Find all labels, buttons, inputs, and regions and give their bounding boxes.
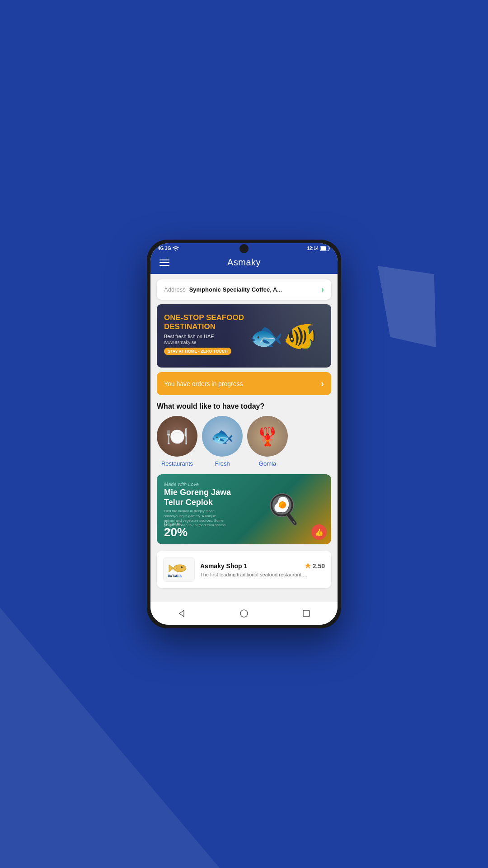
status-signal-text: 4G 3G	[158, 246, 171, 251]
status-left: 4G 3G	[158, 246, 179, 251]
address-value: Symphonic Speciality Coffee, A...	[189, 286, 321, 293]
category-circle-restaurants: 🍽️	[157, 416, 197, 457]
star-icon: ★	[305, 561, 311, 570]
orders-text: You have orders in progress	[164, 380, 243, 387]
wifi-icon	[173, 246, 179, 251]
shop-info: Asmaky Shop 1 ★ 2.50 The first leading t…	[200, 561, 325, 577]
svg-text:BuTafish: BuTafish	[168, 574, 182, 578]
shop-name-row: Asmaky Shop 1 ★ 2.50	[200, 561, 325, 570]
svg-rect-1	[321, 246, 326, 250]
svg-point-6	[240, 610, 248, 617]
address-bar[interactable]: Address Symphonic Speciality Coffee, A..…	[157, 279, 331, 300]
svg-rect-7	[303, 610, 310, 617]
menu-line-1	[160, 259, 169, 260]
category-circle-fresh: 🐟	[202, 416, 243, 457]
shop-name: Asmaky Shop 1	[200, 562, 247, 570]
nav-home-button[interactable]	[237, 607, 251, 620]
banner-fish-image: 🐟🐠	[235, 304, 331, 368]
menu-icon[interactable]	[160, 259, 169, 266]
food-promo-banner: Made with Love Mie Goreng JawaTelur Cepl…	[157, 474, 331, 544]
home-circle-icon	[239, 609, 249, 618]
shop-description: The first leading traditional seafood re…	[200, 572, 325, 577]
category-item-fresh[interactable]: 🐟 Fresh	[202, 416, 243, 467]
section-title: What would like to have today?	[150, 401, 338, 416]
recent-apps-icon	[302, 609, 310, 618]
shop-logo: BuTafish	[163, 557, 195, 582]
scroll-content[interactable]: Address Symphonic Speciality Coffee, A..…	[150, 274, 338, 602]
banner-tag: STAY AT HOME - ZERO TOUCH	[164, 348, 231, 355]
bottom-nav	[150, 602, 338, 625]
battery-icon	[320, 246, 330, 251]
address-label: Address	[164, 286, 186, 293]
menu-line-3	[160, 265, 169, 266]
menu-line-2	[160, 262, 169, 263]
category-item-restaurants[interactable]: 🍽️ Restaurants	[157, 416, 197, 467]
nav-recent-button[interactable]	[300, 607, 313, 620]
app-title: Asmaky	[227, 257, 261, 268]
banner-subtitle: Best fresh fish on UAE	[164, 334, 244, 339]
category-label-restaurants: Restaurants	[161, 460, 193, 467]
shop-rating-value: 2.50	[313, 562, 325, 570]
status-time: 12:14	[307, 246, 319, 251]
svg-point-2	[174, 565, 186, 572]
category-item-gomla[interactable]: 🦞 Gomla	[247, 416, 288, 467]
back-icon	[178, 609, 186, 618]
orders-arrow-icon: ›	[321, 378, 324, 389]
banner-title: ONE-STOP SEAFOODDESTINATION	[164, 313, 244, 332]
shop-card[interactable]: BuTafish Asmaky Shop 1 ★ 2.50 The first …	[157, 551, 331, 588]
like-button[interactable]: 👍	[311, 524, 327, 540]
food-name: Mie Goreng JawaTelur Ceplok	[164, 488, 231, 507]
svg-marker-5	[179, 610, 184, 617]
status-right: 12:14	[307, 246, 330, 251]
app-header: Asmaky	[150, 253, 338, 274]
food-made-with: Made with Love	[164, 481, 231, 487]
categories-row: 🍽️ Restaurants 🐟 Fresh 🦞 Gomla	[150, 416, 338, 474]
category-circle-gomla: 🦞	[247, 416, 288, 457]
svg-point-3	[181, 566, 183, 568]
hero-banner: ONE-STOP SEAFOODDESTINATION Best fresh f…	[157, 304, 331, 368]
nav-back-button[interactable]	[175, 607, 188, 620]
category-label-gomla: Gomla	[259, 460, 276, 467]
banner-text: ONE-STOP SEAFOODDESTINATION Best fresh f…	[164, 313, 244, 355]
discount-value: 20%	[164, 526, 188, 538]
banner-url: www.asmaky.ae	[164, 340, 244, 345]
shop-rating: ★ 2.50	[305, 561, 325, 570]
shop-logo-svg: BuTafish	[165, 559, 192, 580]
category-label-fresh: Fresh	[215, 460, 230, 467]
orders-banner[interactable]: You have orders in progress ›	[157, 372, 331, 395]
food-discount: Discount 20%	[164, 521, 188, 538]
address-arrow-icon: ›	[321, 285, 324, 294]
